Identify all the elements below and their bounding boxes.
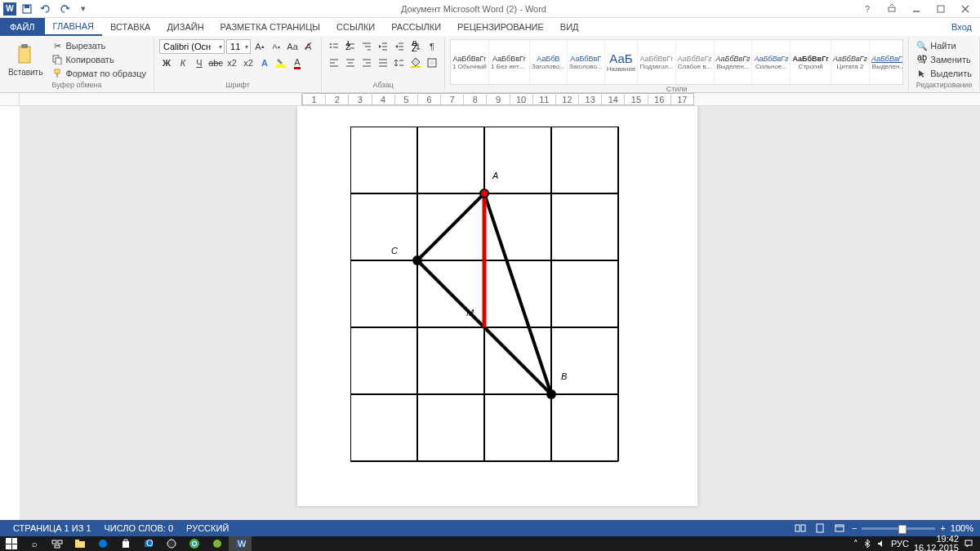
- status-language[interactable]: РУССКИЙ: [180, 523, 235, 533]
- style-title[interactable]: АаБНазвание: [605, 40, 639, 84]
- minimize-button[interactable]: [905, 2, 928, 16]
- inc-indent-icon[interactable]: [392, 39, 407, 54]
- italic-button[interactable]: К: [176, 56, 190, 70]
- paste-button[interactable]: Вставить: [5, 39, 46, 81]
- geometry-drawing[interactable]: ABCМ: [350, 127, 644, 486]
- tray-volume-icon[interactable]: [876, 539, 886, 549]
- strike-button[interactable]: abc: [208, 56, 223, 70]
- style-nospacing[interactable]: АаБбВвГг1 Без инте...: [489, 40, 530, 84]
- view-read-icon[interactable]: [793, 521, 808, 535]
- task-chrome-icon[interactable]: [183, 536, 206, 551]
- dec-indent-icon[interactable]: [376, 39, 390, 54]
- copy-button[interactable]: Копировать: [49, 53, 149, 66]
- shrink-font-icon[interactable]: A▾: [269, 39, 283, 54]
- align-right-icon[interactable]: [359, 56, 374, 70]
- font-color-icon[interactable]: A: [290, 56, 305, 70]
- qat-dropdown-icon[interactable]: ▾: [75, 2, 91, 16]
- style-subtle[interactable]: АаБбВвГгСлабое в...: [676, 40, 715, 84]
- select-button[interactable]: Выделить: [914, 67, 974, 80]
- taskview-icon[interactable]: [46, 536, 69, 551]
- zoom-out-icon[interactable]: −: [852, 523, 857, 533]
- task-explorer-icon[interactable]: [69, 536, 91, 551]
- underline-button[interactable]: Ч: [192, 56, 207, 70]
- signin-link[interactable]: Вход: [951, 18, 980, 36]
- save-icon[interactable]: [19, 2, 35, 16]
- task-word-icon[interactable]: W: [229, 536, 252, 551]
- styles-gallery[interactable]: АаБбВвГг1 Обычный АаБбВвГг1 Без инте... …: [450, 39, 903, 85]
- style-quote[interactable]: АаБбВвГгЦитата 2: [831, 40, 870, 84]
- redo-icon[interactable]: [56, 2, 73, 16]
- style-emphasis[interactable]: АаБбВвГгВыделен...: [715, 40, 753, 84]
- tray-notifications-icon[interactable]: [964, 539, 973, 549]
- tab-references[interactable]: ССЫЛКИ: [328, 18, 383, 36]
- tray-lang[interactable]: РУС: [891, 539, 909, 549]
- status-words[interactable]: ЧИСЛО СЛОВ: 0: [98, 523, 180, 533]
- multilevel-icon[interactable]: [359, 39, 374, 54]
- tab-layout[interactable]: РАЗМЕТКА СТРАНИЦЫ: [212, 18, 328, 36]
- style-subtitle[interactable]: АаБбВвГгПодзагол...: [638, 40, 675, 84]
- font-size-combo[interactable]: 11▾: [226, 39, 251, 54]
- borders-icon[interactable]: [425, 56, 439, 70]
- search-icon[interactable]: ⌕: [23, 536, 46, 551]
- shading-icon[interactable]: [408, 56, 423, 70]
- undo-icon[interactable]: [38, 2, 54, 16]
- task-app2-icon[interactable]: [206, 536, 229, 551]
- style-intense[interactable]: АаБбВвГгСильное...: [752, 40, 791, 84]
- clear-format-icon[interactable]: A: [301, 39, 316, 54]
- style-strong[interactable]: АаБбВвГгСтрогий: [791, 40, 831, 84]
- ribbon-options-icon[interactable]: [880, 2, 903, 16]
- subscript-button[interactable]: x2: [225, 56, 239, 70]
- tab-mailings[interactable]: РАССЫЛКИ: [383, 18, 449, 36]
- tab-view[interactable]: ВИД: [552, 18, 587, 36]
- view-print-icon[interactable]: [813, 521, 827, 535]
- tray-clock[interactable]: 19:4216.12.2015: [914, 535, 959, 551]
- tab-design[interactable]: ДИЗАЙН: [158, 18, 212, 36]
- align-justify-icon[interactable]: [376, 56, 390, 70]
- close-button[interactable]: [954, 2, 977, 16]
- bullets-icon[interactable]: [327, 39, 341, 54]
- font-name-combo[interactable]: Calibri (Осн▾: [159, 39, 225, 54]
- zoom-level[interactable]: 100%: [951, 523, 973, 533]
- maximize-button[interactable]: [929, 2, 952, 16]
- svg-text:O: O: [146, 538, 154, 548]
- line-spacing-icon[interactable]: [392, 56, 407, 70]
- bold-button[interactable]: Ж: [159, 56, 174, 70]
- zoom-slider[interactable]: [862, 527, 935, 530]
- superscript-button[interactable]: x2: [241, 56, 256, 70]
- start-button[interactable]: [0, 536, 23, 551]
- change-case-icon[interactable]: Aa: [285, 39, 300, 54]
- help-icon[interactable]: ?: [856, 2, 879, 16]
- highlight-icon[interactable]: [274, 56, 288, 70]
- status-page[interactable]: СТРАНИЦА 1 ИЗ 1: [7, 523, 98, 533]
- cut-button[interactable]: ✂Вырезать: [49, 39, 149, 52]
- tab-review[interactable]: РЕЦЕНЗИРОВАНИЕ: [449, 18, 552, 36]
- tray-bluetooth-icon[interactable]: [863, 539, 871, 549]
- format-painter-button[interactable]: Формат по образцу: [49, 67, 149, 80]
- style-normal[interactable]: АаБбВвГг1 Обычный: [451, 40, 489, 84]
- find-button[interactable]: 🔍Найти: [914, 39, 974, 52]
- tab-file[interactable]: ФАЙЛ: [0, 18, 45, 36]
- horizontal-ruler[interactable]: 1234567891011121314151617: [0, 93, 980, 106]
- task-store-icon[interactable]: [114, 536, 137, 551]
- grow-font-icon[interactable]: A▴: [252, 39, 267, 54]
- task-edge-icon[interactable]: [91, 536, 114, 551]
- numbering-icon[interactable]: 12: [343, 39, 358, 54]
- text-effects-icon[interactable]: A: [257, 56, 272, 70]
- zoom-in-icon[interactable]: +: [940, 523, 945, 533]
- tab-insert[interactable]: ВСТАВКА: [102, 18, 158, 36]
- style-heading1[interactable]: АаБбВЗаголово...: [530, 40, 568, 84]
- show-marks-icon[interactable]: ¶: [425, 39, 439, 54]
- replace-button[interactable]: abЗаменить: [914, 53, 974, 66]
- task-outlook-icon[interactable]: O: [137, 536, 160, 551]
- align-center-icon[interactable]: [343, 56, 358, 70]
- tray-up-icon[interactable]: ˄: [853, 539, 858, 549]
- view-web-icon[interactable]: [832, 521, 847, 535]
- style-intenseq[interactable]: АаБбВвГгВыделен...: [870, 40, 903, 84]
- sort-icon[interactable]: AZ: [408, 39, 423, 54]
- style-heading2[interactable]: АаБбВвГЗаголово...: [568, 40, 605, 84]
- page[interactable]: ABCМ: [297, 106, 697, 506]
- tab-home[interactable]: ГЛАВНАЯ: [45, 18, 102, 36]
- align-left-icon[interactable]: [327, 56, 341, 70]
- document-area[interactable]: ABCМ: [20, 106, 980, 520]
- task-app1-icon[interactable]: [160, 536, 183, 551]
